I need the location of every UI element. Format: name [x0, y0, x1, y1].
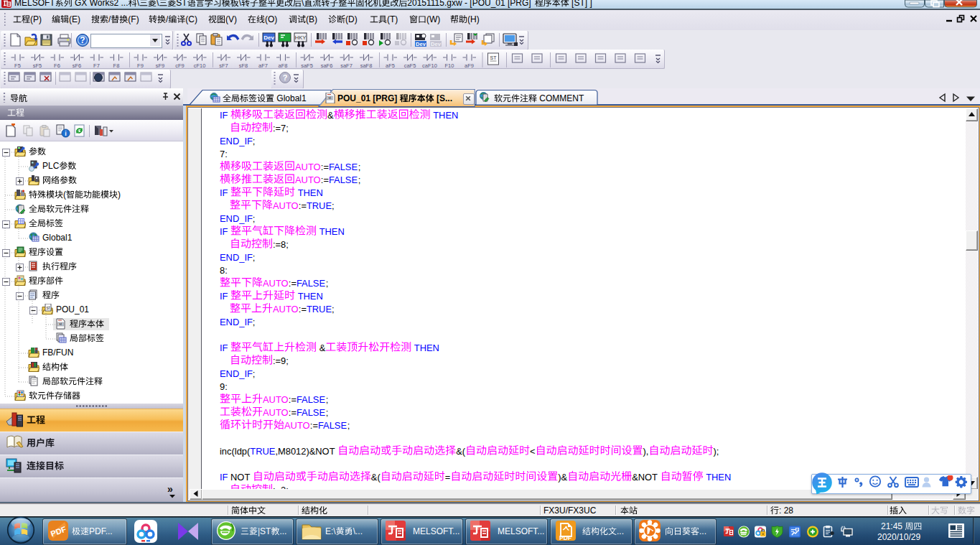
svg-text:COMMENT: COMMENT [539, 93, 584, 103]
svg-text::=9;: :=9; [273, 355, 289, 366]
svg-text:F5: F5 [14, 62, 21, 69]
svg-text:caF10: caF10 [422, 62, 437, 69]
svg-text:sF5: sF5 [33, 62, 42, 69]
svg-text:MELSOFT...: MELSOFT... [498, 526, 544, 536]
svg-text:aF5: aF5 [386, 62, 395, 69]
svg-text:)&: )& [558, 472, 567, 483]
svg-text:AUTO: AUTO [273, 304, 299, 315]
svg-text:F10: F10 [445, 62, 454, 69]
svg-text:cF10: cF10 [194, 62, 206, 69]
svg-text:st: st [59, 322, 62, 326]
svg-text:,M8012)&NOT: ,M8012)&NOT [275, 446, 335, 457]
svg-text:TRUE: TRUE [250, 446, 275, 457]
svg-text:(H): (H) [467, 14, 480, 24]
svg-text:(V): (V) [225, 14, 237, 24]
svg-text:aF8: aF8 [279, 62, 288, 69]
svg-text:?: ? [283, 73, 288, 82]
svg-text:(T): (T) [387, 14, 398, 24]
svg-text:saF7: saF7 [340, 62, 353, 69]
svg-text::=2;: :=2; [273, 485, 289, 489]
svg-text:Dev: Dev [416, 41, 426, 47]
svg-text:...: ... [279, 526, 286, 536]
svg-text:caF5: caF5 [404, 62, 416, 69]
svg-text:END_IF: END_IF [220, 317, 253, 327]
svg-text:;: ; [332, 304, 335, 315]
svg-text:AUTO: AUTO [273, 200, 299, 211]
svg-text:(F): (F) [128, 14, 139, 24]
svg-text:Dev: Dev [431, 41, 442, 47]
svg-text:saF5: saF5 [301, 62, 313, 69]
svg-text:...: ... [699, 526, 706, 536]
svg-text::=8;: :=8; [273, 239, 289, 250]
svg-text:IF: IF [220, 472, 228, 483]
svg-text:(O): (O) [265, 14, 277, 24]
svg-text:F9: F9 [137, 62, 144, 69]
svg-text:AUTO: AUTO [284, 420, 310, 431]
svg-text:[ST] ]: [ST] ] [571, 0, 592, 9]
svg-text:&: & [327, 110, 334, 121]
svg-text:;: ; [252, 317, 255, 327]
svg-text:\: \ [239, 0, 242, 9]
svg-text:aF7: aF7 [258, 62, 268, 69]
svg-text:sF8: sF8 [239, 62, 248, 69]
svg-text:...: ... [617, 526, 624, 536]
svg-text:Global1: Global1 [42, 233, 73, 243]
svg-text:\: \ [302, 0, 304, 9]
svg-text:&(: &( [370, 472, 381, 483]
svg-text:;: ; [325, 278, 328, 289]
svg-text:/: / [108, 14, 111, 24]
svg-text:?: ? [80, 35, 85, 45]
svg-text:;: ; [252, 136, 255, 146]
svg-text::=: := [298, 304, 306, 315]
svg-text:\: \ [137, 0, 140, 9]
svg-text:IF: IF [220, 343, 228, 353]
svg-text:aF9: aF9 [465, 62, 474, 69]
svg-text::=7;: :=7; [273, 123, 289, 134]
svg-text:FX3U/FX3UC: FX3U/FX3UC [543, 506, 597, 516]
svg-text:IF: IF [220, 110, 228, 121]
svg-text:MELSOFT: MELSOFT [14, 0, 55, 9]
svg-text:&(: &( [456, 446, 466, 457]
svg-text:),: ), [643, 446, 648, 457]
svg-text:\: \ [157, 0, 159, 9]
svg-text:IF: IF [220, 226, 228, 237]
svg-text:&NOT: &NOT [632, 472, 658, 483]
svg-text:saF8: saF8 [360, 62, 373, 69]
svg-text:(B): (B) [306, 14, 317, 24]
svg-text:2020/10/29: 2020/10/29 [877, 532, 920, 542]
svg-text:THEN: THEN [414, 343, 439, 353]
svg-text:(E): (E) [69, 14, 80, 24]
svg-text:): ) [118, 190, 121, 200]
svg-text:);: ); [713, 446, 719, 457]
svg-text:THEN: THEN [319, 226, 344, 237]
svg-text:FALSE: FALSE [328, 174, 358, 185]
svg-text:»: » [167, 484, 173, 495]
svg-text:;: ; [358, 174, 360, 185]
svg-text:inc(ldp(: inc(ldp( [220, 446, 251, 457]
svg-text:F8: F8 [113, 62, 120, 69]
svg-text:MELSOFT...: MELSOFT... [413, 526, 459, 536]
svg-text:ST: ST [176, 0, 187, 9]
svg-text:GX Works2 ...: GX Works2 ... [75, 0, 128, 9]
svg-text:F6: F6 [54, 62, 60, 69]
svg-text:;: ; [347, 420, 350, 431]
svg-text:F7: F7 [93, 62, 100, 69]
svg-text:IF: IF [220, 187, 228, 198]
svg-text:PDF...: PDF... [89, 526, 113, 536]
svg-text:&: & [319, 343, 325, 353]
svg-text:;: ; [252, 368, 255, 379]
svg-text:|ST: |ST [258, 526, 271, 536]
svg-text:FALSE: FALSE [317, 420, 347, 431]
svg-text:st: st [46, 305, 50, 310]
svg-text::=: := [309, 420, 317, 431]
svg-text:(W): (W) [426, 14, 440, 24]
svg-text:;: ; [252, 252, 255, 263]
svg-text:: 28: : 28 [779, 506, 793, 516]
svg-text::=: := [298, 200, 306, 211]
svg-text:(D): (D) [345, 14, 358, 24]
svg-text:TRUE: TRUE [306, 304, 331, 315]
svg-text:PDF: PDF [559, 534, 571, 541]
svg-text:THEN: THEN [706, 472, 731, 483]
svg-text:(: ( [63, 190, 66, 200]
svg-text:saF6: saF6 [321, 62, 333, 69]
